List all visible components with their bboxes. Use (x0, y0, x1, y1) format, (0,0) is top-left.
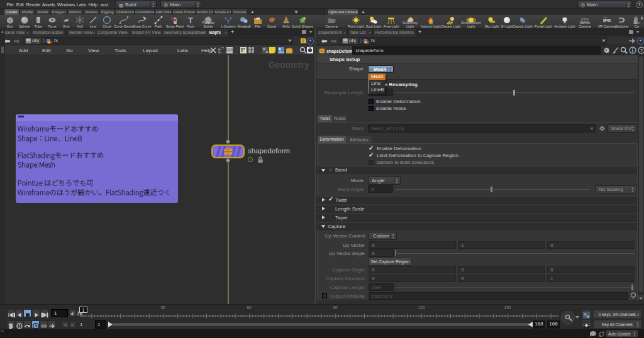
svg-text:?: ? (640, 48, 643, 53)
